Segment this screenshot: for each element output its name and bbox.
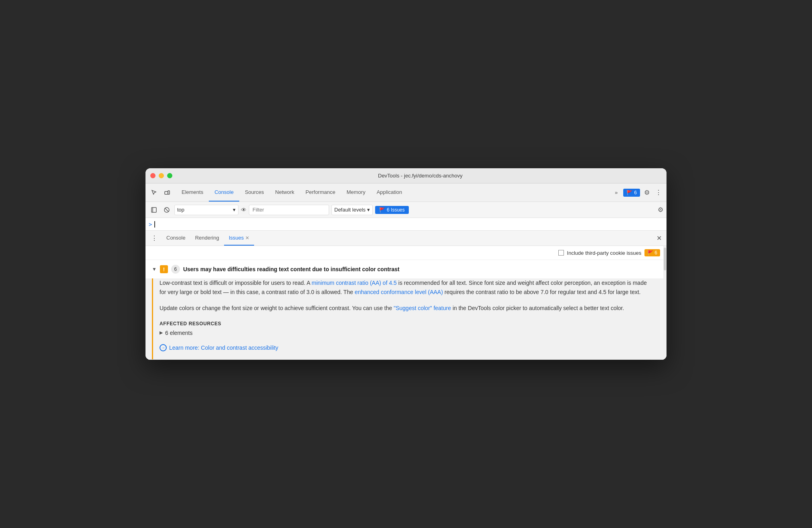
svg-rect-2 xyxy=(151,208,156,212)
issues-panel: Include third-party cookie issues 🚩 6 ▼ … xyxy=(145,246,667,359)
clear-console-icon[interactable] xyxy=(162,205,172,215)
levels-arrow-icon: ▾ xyxy=(367,207,370,213)
tab-performance[interactable]: Performance xyxy=(300,183,341,202)
close-issues-tab-icon[interactable]: ✕ xyxy=(245,235,249,241)
disclosure-arrow-icon: ▶ xyxy=(160,330,163,335)
third-party-row: Include third-party cookie issues 🚩 6 xyxy=(145,246,667,260)
maximize-button[interactable] xyxy=(167,173,172,178)
console-input-area[interactable]: > xyxy=(145,218,667,231)
more-tabs-button[interactable]: » xyxy=(612,189,621,195)
issue-description: Low-contrast text is difficult or imposs… xyxy=(160,278,654,297)
console-cursor xyxy=(154,221,155,228)
issues-flag-icon: 🚩 xyxy=(626,190,632,195)
learn-more-circle-icon: → xyxy=(160,344,167,351)
issue-title: Users may have difficulties reading text… xyxy=(183,266,400,272)
title-bar: DevTools - jec.fyi/demo/cds-anchovy xyxy=(145,168,667,183)
issue-count-badge: 6 xyxy=(171,265,180,274)
third-party-checkbox[interactable] xyxy=(558,250,564,256)
sub-tabs-bar: ⋮ Console Rendering Issues ✕ ✕ xyxy=(145,231,667,246)
issue-content: Low-contrast text is difficult or imposs… xyxy=(152,278,660,359)
third-party-badge: 🚩 6 xyxy=(644,249,660,256)
warning-flag-icon: 🚩 xyxy=(647,250,653,256)
sub-tabs-right: ✕ xyxy=(655,233,663,244)
issue-update-text: Update colors or change the font size or… xyxy=(160,304,654,313)
link-suggest-color[interactable]: "Suggest color" feature xyxy=(394,305,451,311)
nav-icons xyxy=(149,187,173,198)
window-title: DevTools - jec.fyi/demo/cds-anchovy xyxy=(179,173,662,179)
learn-more-link[interactable]: → Learn more: Color and contrast accessi… xyxy=(160,344,654,351)
sidebar-toggle-icon[interactable] xyxy=(149,205,159,215)
devtools-window: DevTools - jec.fyi/demo/cds-anchovy xyxy=(145,168,667,359)
tab-elements[interactable]: Elements xyxy=(176,183,209,202)
filter-input[interactable] xyxy=(249,205,329,215)
settings-icon[interactable]: ⚙ xyxy=(642,187,651,198)
context-arrow-icon: ▾ xyxy=(233,207,236,213)
console-prompt: > xyxy=(149,221,152,228)
close-panel-button[interactable]: ✕ xyxy=(655,233,663,244)
scroll-thumb xyxy=(664,248,666,270)
link-contrast-aa[interactable]: minimum contrast ratio (AA) of 4.5 xyxy=(311,280,396,286)
nav-issues-badge[interactable]: 🚩 6 xyxy=(623,189,640,197)
issue-group-contrast: ▼ ! 6 Users may have difficulties readin… xyxy=(145,260,667,359)
tab-application[interactable]: Application xyxy=(371,183,408,202)
link-conformance-aaa[interactable]: enhanced conformance level (AAA) xyxy=(355,289,443,295)
tab-memory[interactable]: Memory xyxy=(341,183,371,202)
svg-rect-1 xyxy=(168,191,170,194)
device-toggle-icon[interactable] xyxy=(162,187,173,198)
sub-tab-console[interactable]: Console xyxy=(162,231,190,246)
eye-icon[interactable]: 👁 xyxy=(241,207,246,213)
elements-disclosure[interactable]: ▶ 6 elements xyxy=(160,330,654,336)
minimize-button[interactable] xyxy=(159,173,164,178)
nav-right-controls: » 🚩 6 ⚙ ⋮ xyxy=(612,187,663,198)
levels-selector[interactable]: Default levels ▾ xyxy=(331,205,373,215)
nav-tabs: Elements Console Sources Network Perform… xyxy=(176,183,612,202)
devtools-panel: Elements Console Sources Network Perform… xyxy=(145,183,667,359)
top-nav-bar: Elements Console Sources Network Perform… xyxy=(145,183,667,202)
console-toolbar: top ▾ 👁 Default levels ▾ 🚩 6 Issues ⚙ xyxy=(145,202,667,218)
toolbar-settings-icon[interactable]: ⚙ xyxy=(658,206,663,214)
tab-console[interactable]: Console xyxy=(209,183,239,202)
context-selector[interactable]: top ▾ xyxy=(174,205,238,215)
expand-arrow-icon: ▼ xyxy=(152,266,157,272)
issue-warning-icon: ! xyxy=(160,265,168,273)
svg-rect-0 xyxy=(165,191,168,194)
svg-line-5 xyxy=(165,208,169,212)
close-button[interactable] xyxy=(150,173,156,178)
traffic-lights xyxy=(150,173,172,178)
third-party-label: Include third-party cookie issues xyxy=(567,250,642,256)
issue-header[interactable]: ▼ ! 6 Users may have difficulties readin… xyxy=(145,260,667,278)
inspect-icon[interactable] xyxy=(149,187,160,198)
more-options-icon[interactable]: ⋮ xyxy=(654,187,663,198)
side-scrollbar[interactable] xyxy=(663,246,667,359)
tab-network[interactable]: Network xyxy=(270,183,300,202)
sub-tab-menu-icon[interactable]: ⋮ xyxy=(149,234,160,242)
toolbar-issues-badge[interactable]: 🚩 6 Issues xyxy=(375,206,409,214)
sub-tab-issues[interactable]: Issues ✕ xyxy=(224,231,255,246)
toolbar-issues-flag-icon: 🚩 xyxy=(379,207,385,213)
tab-sources[interactable]: Sources xyxy=(239,183,270,202)
sub-tab-rendering[interactable]: Rendering xyxy=(190,231,224,246)
affected-resources-label: AFFECTED RESOURCES xyxy=(160,321,654,326)
